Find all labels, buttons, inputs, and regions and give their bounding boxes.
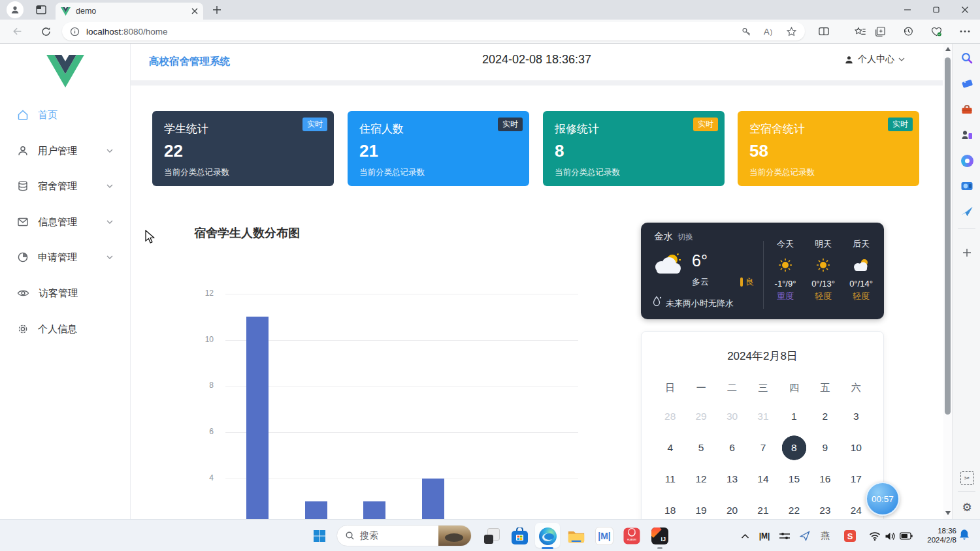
huawei-appgallery-icon[interactable]: HUAWEI <box>622 526 642 546</box>
shopping-rail-icon[interactable] <box>959 76 975 91</box>
read-aloud-icon[interactable]: A) <box>764 27 773 37</box>
calendar-day-cell[interactable]: 31 <box>747 401 778 432</box>
calendar-day-cell[interactable]: 21 <box>747 495 778 519</box>
edge-browser-icon[interactable] <box>538 526 557 546</box>
sidebar-item-info-management[interactable]: 信息管理 <box>0 208 130 236</box>
window-close-button[interactable] <box>951 0 979 20</box>
designer-rail-icon[interactable] <box>959 153 975 168</box>
tray-overflow-chevron-icon[interactable] <box>738 529 751 543</box>
forecast-tomorrow: 明天 0°/13° 轻度 <box>804 238 842 302</box>
calendar-day-cell[interactable]: 19 <box>685 495 716 519</box>
calendar-day-cell[interactable]: 6 <box>717 432 747 464</box>
tray-clock[interactable]: 18:36 2024/2/8 <box>916 526 956 544</box>
task-view-icon[interactable] <box>482 526 502 546</box>
calendar-day-cell[interactable]: 30 <box>717 401 747 432</box>
scrollbar-down-arrow[interactable] <box>945 511 951 515</box>
browser-essentials-icon[interactable] <box>926 22 946 40</box>
new-tab-button[interactable] <box>212 5 222 18</box>
browser-profile-avatar[interactable] <box>7 1 24 18</box>
address-bar[interactable]: localhost:8080/home A) <box>62 22 805 40</box>
calendar-day-cell[interactable]: 28 <box>655 401 685 432</box>
tray-marktext-icon[interactable]: |M| <box>758 529 771 543</box>
site-info-icon[interactable] <box>70 27 80 37</box>
calendar-day-cell[interactable]: 2 <box>809 401 840 432</box>
calendar-day-cell[interactable]: 14 <box>747 464 778 495</box>
file-explorer-icon[interactable] <box>566 526 586 546</box>
search-rail-icon[interactable] <box>959 50 975 66</box>
calendar-day-cell[interactable]: 18 <box>655 495 685 519</box>
app-header: 高校宿舍管理系统 2024-02-08 18:36:37 个人中心 <box>131 44 943 80</box>
more-options-icon[interactable] <box>955 22 975 40</box>
browser-tab[interactable]: demo <box>56 3 203 20</box>
calendar-day-cell[interactable]: 20 <box>717 495 747 519</box>
sidebar-item-personal-info[interactable]: 个人信息 <box>0 315 130 343</box>
calendar-day-cell[interactable]: 17 <box>841 464 872 495</box>
drop-rail-icon[interactable] <box>959 204 975 219</box>
scrollbar-thumb[interactable] <box>945 57 951 415</box>
bar-chart <box>225 287 578 519</box>
history-icon[interactable] <box>898 22 918 40</box>
calendar-day-cell[interactable]: 29 <box>685 401 716 432</box>
start-button[interactable] <box>310 526 329 546</box>
back-button[interactable] <box>8 22 27 40</box>
calendar-day-selected[interactable]: 8 <box>779 432 809 464</box>
tab-search-icon[interactable] <box>35 4 47 18</box>
tray-ime-icon[interactable]: 燕 <box>819 529 832 543</box>
volume-icon[interactable] <box>883 529 896 543</box>
games-rail-icon[interactable] <box>959 127 975 143</box>
tray-sliders-icon[interactable] <box>778 529 791 543</box>
calendar-day-cell[interactable]: 5 <box>685 432 716 464</box>
calendar-day-cell[interactable]: 23 <box>809 495 840 519</box>
page-scrollbar[interactable] <box>943 44 952 519</box>
database-icon <box>17 180 29 192</box>
calendar-day-cell[interactable]: 12 <box>685 464 716 495</box>
calendar-day-cell[interactable]: 10 <box>841 432 872 464</box>
forecast-day-label: 后天 <box>842 238 880 250</box>
calendar-day-cell[interactable]: 4 <box>655 432 685 464</box>
calendar-day-cell[interactable]: 7 <box>747 432 778 464</box>
tab-close-icon[interactable] <box>191 8 198 14</box>
rail-settings-gear-icon[interactable]: ⚙ <box>959 499 975 515</box>
calendar-day-cell[interactable]: 22 <box>779 495 809 519</box>
sidebar-item-application-management[interactable]: 申请管理 <box>0 243 130 272</box>
calendar-day-cell[interactable]: 9 <box>809 432 840 464</box>
sidebar-item-user-management[interactable]: 用户管理 <box>0 136 130 165</box>
weather-switch-link[interactable]: 切换 <box>678 232 693 243</box>
recording-timer-bubble[interactable]: 00:57 <box>866 482 900 516</box>
tray-paper-plane-icon[interactable] <box>798 529 811 543</box>
calendar-day-cell[interactable]: 15 <box>779 464 809 495</box>
wifi-icon[interactable] <box>868 529 881 543</box>
realtime-badge: 实时 <box>498 118 523 131</box>
scrollbar-up-arrow[interactable] <box>945 47 951 51</box>
calendar-day-cell[interactable]: 1 <box>779 401 809 432</box>
collections-icon[interactable] <box>870 22 890 40</box>
stat-card-caption: 当前分类总记录数 <box>555 167 620 178</box>
calendar-day-cell[interactable]: 16 <box>809 464 840 495</box>
battery-icon[interactable] <box>900 529 913 543</box>
taskbar-search-box[interactable]: 搜索 <box>336 525 472 546</box>
tray-sogou-icon[interactable]: S <box>843 529 857 543</box>
window-maximize-button[interactable] <box>922 0 951 20</box>
microsoft-store-icon[interactable] <box>510 526 529 546</box>
refresh-button[interactable] <box>36 22 56 40</box>
split-screen-icon[interactable] <box>814 22 834 40</box>
favorite-star-icon[interactable] <box>786 26 797 37</box>
calendar-day-cell[interactable]: 3 <box>841 401 872 432</box>
calendar-day-cell[interactable]: 11 <box>655 464 685 495</box>
window-minimize-button[interactable] <box>893 0 922 20</box>
sidebar-item-dorm-management[interactable]: 宿舍管理 <box>0 172 130 200</box>
notification-bell-icon[interactable] <box>958 528 971 541</box>
sidebar-item-visitor-management[interactable]: 访客管理 <box>0 279 130 307</box>
user-menu[interactable]: 个人中心 <box>844 54 905 65</box>
sidebar-item-home[interactable]: 首页 <box>0 101 130 129</box>
marktext-icon[interactable]: |M| <box>595 526 614 546</box>
password-key-icon[interactable] <box>741 26 752 37</box>
favorites-icon[interactable] <box>850 22 870 40</box>
chart-gridline <box>225 479 578 479</box>
calendar-day-cell[interactable]: 13 <box>717 464 747 495</box>
wallet-rail-icon[interactable] <box>959 178 975 194</box>
rail-add-button[interactable] <box>959 245 975 260</box>
screenshot-rail-icon[interactable]: ✂ <box>959 470 975 486</box>
intellij-idea-icon[interactable]: IJ <box>650 526 670 546</box>
toolbox-rail-icon[interactable] <box>959 102 975 118</box>
